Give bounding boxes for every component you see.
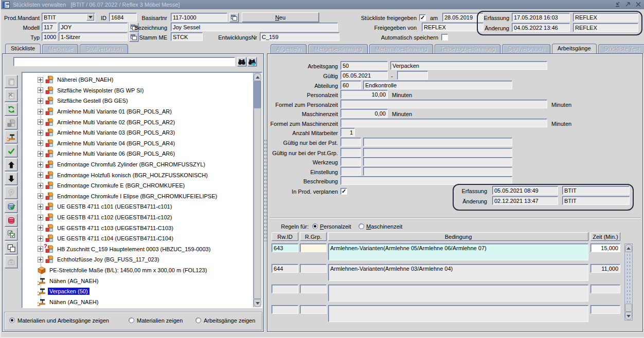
tools-button[interactable] [5,130,17,143]
rules-scrollbar-thumb[interactable] [625,304,632,312]
modell-name-field[interactable]: JOY [59,23,128,31]
rule-rwid-field[interactable] [272,305,298,314]
scroll-down-icon[interactable] [254,299,261,307]
rules-scroll-up-icon[interactable] [625,244,632,252]
tree-item[interactable]: Armlehne Multi Variante 06 (BGR_POLS_AR6… [22,148,262,159]
maschinenzeit-field[interactable]: 0,00 [341,109,388,118]
rule-bedingung-field[interactable]: Armlehnen-Varianten(Armlehne 05/Armlehne… [328,243,588,260]
entwicklungsnr-field[interactable]: C_159 [260,32,339,41]
abteilung-code-field[interactable]: 60 [341,81,361,89]
expand-icon[interactable] [38,236,43,241]
expand-icon[interactable] [38,87,43,93]
move-down-button[interactable] [5,172,17,185]
freigegeben-von-field[interactable]: REFLEX [422,23,484,31]
tree-item[interactable]: Echtholzfüsse Joy (BG_FUSS_117_023) [22,254,262,265]
expand-icon[interactable] [38,77,43,83]
hint-balloon-button[interactable] [5,186,17,199]
search-icon-button[interactable] [237,57,246,66]
rule-bedingung-field[interactable] [328,305,588,322]
tree-item[interactable]: Nähen (AG_NAEH) [22,296,262,307]
expand-icon[interactable] [38,246,43,252]
tab-arbeitsgaenge[interactable]: Arbeitsgänge [552,44,597,53]
gueltig-pst-code-field[interactable] [341,138,361,146]
expand-icon[interactable] [38,172,43,178]
insert-record-button[interactable] [5,75,17,88]
search-next-icon-button[interactable] [247,57,257,66]
tree-item[interactable]: Armlehne Multi Variante 02 (BGR_POLS_AR2… [22,117,262,127]
tree-item[interactable]: Sitzfläche Weispolster (BG WP SI) [22,85,262,96]
refresh-button[interactable] [5,103,17,116]
rule-rgrp-field[interactable] [300,285,327,293]
tree-item[interactable]: UE GESTB 4711 c102 (UEGESTB4711-c102) [22,212,262,223]
basisartnr-lov-button[interactable] [229,13,239,22]
anzahl-mitarbeiter-field[interactable]: 1 [341,128,355,137]
radio-operations[interactable] [195,317,201,323]
rule-bedingung-field[interactable]: Armlehnen-Varianten(Armlehne 03/Armlehne… [328,264,588,281]
tree-item[interactable]: UE GESTB 4711 c104 (UEGESTB4711-C104) [22,233,262,244]
typ-code-field[interactable]: 1000 [42,32,57,41]
tree-item[interactable]: Verpacken (50) [22,286,262,297]
tree-item[interactable]: Sitzfläche Gestell (BG GES) [22,96,262,106]
expand-icon[interactable] [38,98,43,104]
rule-rgrp-field[interactable] [300,264,327,273]
expand-icon[interactable] [38,119,43,125]
rule-zeit-field[interactable] [591,285,620,293]
einstellung-name-field[interactable] [363,167,512,176]
in-prod-verplanen-checkbox[interactable] [341,188,347,195]
radio-materials-and-operations[interactable] [9,317,15,323]
tree-item[interactable]: UE GESTB 4711 c103 (UEGESTB4711-C103) [22,222,262,233]
freigegeben-checkbox[interactable] [419,14,426,21]
tab-merkmale[interactable]: Merkmale [42,44,78,53]
abteilung-name-field[interactable]: Endkontrolle [363,81,512,89]
gueltig-von-field[interactable]: 05.05.2021 [341,71,388,80]
rule-rwid-field[interactable] [272,285,298,293]
expand-icon[interactable] [38,140,43,146]
rules-scrollbar[interactable] [624,243,633,321]
tree-item[interactable]: ? HB Zuschnitt C_159 Hauptelement 0003 (… [22,244,262,255]
expand-icon[interactable] [38,225,43,231]
personalzeit-field[interactable]: 10,00 [341,90,388,99]
restore-button[interactable] [624,1,632,8]
bezeichnung-field[interactable]: Joy Sessel [171,23,338,31]
gueltig-pstgrp-name-field[interactable] [363,148,512,157]
modell-code-field[interactable]: 117 [42,23,57,31]
tree-item[interactable]: Armlehne Multi Variante 03 (BGR_POLS_AR3… [22,127,262,138]
combo-dropdown-icon[interactable] [86,14,94,21]
tab-mengebestimmung[interactable]: Mengebestimmung [308,44,368,53]
tab-stoffverbrauch-left[interactable]: Stoffverbrauch [80,44,128,53]
gueltig-pstgrp-code-field[interactable] [341,148,361,157]
expand-icon[interactable] [38,204,43,210]
expand-icon[interactable] [38,193,43,199]
minimize-button[interactable] [614,1,621,8]
tab-teilbezugbestimmung[interactable]: Teilbezugbestimmung [435,44,500,53]
einstellung-code-field[interactable] [341,167,361,176]
radio-personalzeit[interactable] [312,223,318,229]
expand-icon[interactable] [38,257,43,262]
expand-icon[interactable] [38,130,43,136]
rule-rwid-field[interactable]: 643 [272,243,298,252]
tree-item[interactable]: Endmontage Holzfuß konisch (BGR_HOLZFUSS… [22,170,262,180]
rule-bedingung-field[interactable] [328,285,588,302]
tab-stueckliste-test[interactable]: Stückliste Test [598,44,644,53]
tree-scrollbar-thumb[interactable] [254,108,261,299]
tab-stoffverbrauch-right[interactable]: Stoffverbrauch [502,44,550,53]
db-apply-button[interactable] [5,200,17,213]
auto-speichern-checkbox[interactable] [441,34,448,41]
cubes-button[interactable] [5,117,17,129]
expand-icon[interactable] [38,215,43,220]
expand-icon[interactable] [38,151,43,157]
confirm-check-button[interactable] [5,144,17,157]
tree-item[interactable]: Armlehne Multi Variante 01 (BGR_POLS_AR) [22,106,262,117]
tree-item[interactable]: Nähen (AG_NAEH) [22,275,262,286]
expand-icon[interactable] [38,109,43,115]
tree-item[interactable]: Armlehne Multi Variante 04 (BGR_POLS_AR4… [22,138,262,149]
prod-mandant-combo[interactable]: BTIT [42,13,95,22]
scroll-up-icon[interactable] [254,73,261,81]
arbeitsgang-name-field[interactable]: Verpacken [390,61,547,70]
tree-scrollbar[interactable] [253,73,261,307]
werkzeug-name-field[interactable] [363,157,512,166]
formel-maschinenzeit-field[interactable] [341,119,547,127]
rule-rgrp-field[interactable] [300,305,327,314]
tree-item[interactable]: Endmontage Chromkufe E (BGR_CHROMKUFEE) [22,180,262,191]
expand-icon[interactable] [38,162,43,167]
